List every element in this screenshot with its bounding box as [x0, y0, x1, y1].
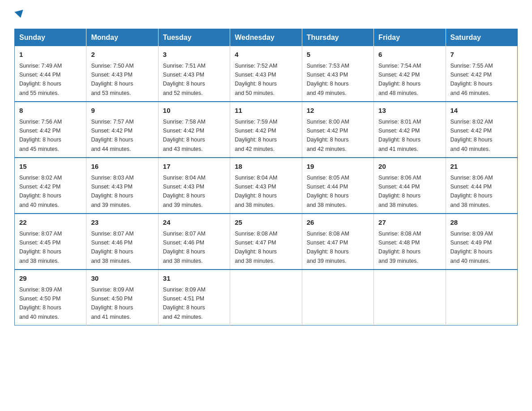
day-info: Sunrise: 7:54 AMSunset: 4:42 PMDaylight:…	[378, 63, 421, 96]
weekday-header-monday: Monday	[86, 29, 158, 47]
weekday-header-row: SundayMondayTuesdayWednesdayThursdayFrid…	[15, 29, 518, 47]
day-number: 30	[91, 274, 153, 284]
day-info: Sunrise: 7:56 AMSunset: 4:42 PMDaylight:…	[19, 119, 62, 152]
calendar-cell: 5 Sunrise: 7:53 AMSunset: 4:43 PMDayligh…	[302, 46, 373, 102]
day-info: Sunrise: 8:02 AMSunset: 4:42 PMDaylight:…	[450, 119, 493, 152]
calendar-cell: 21 Sunrise: 8:06 AMSunset: 4:44 PMDaylig…	[446, 158, 517, 214]
day-number: 10	[163, 106, 225, 116]
calendar-week-row: 1 Sunrise: 7:49 AMSunset: 4:44 PMDayligh…	[15, 46, 518, 102]
day-number: 25	[235, 218, 297, 228]
day-number: 8	[19, 106, 82, 116]
day-info: Sunrise: 8:06 AMSunset: 4:44 PMDaylight:…	[378, 175, 421, 208]
day-info: Sunrise: 7:51 AMSunset: 4:43 PMDaylight:…	[163, 63, 206, 96]
day-info: Sunrise: 8:09 AMSunset: 4:49 PMDaylight:…	[450, 231, 493, 264]
calendar-cell: 17 Sunrise: 8:04 AMSunset: 4:43 PMDaylig…	[158, 158, 230, 214]
calendar-cell	[302, 270, 373, 325]
calendar-cell: 24 Sunrise: 8:07 AMSunset: 4:46 PMDaylig…	[158, 214, 230, 270]
day-number: 22	[19, 218, 82, 228]
calendar-cell	[230, 270, 302, 325]
calendar-cell: 18 Sunrise: 8:04 AMSunset: 4:43 PMDaylig…	[230, 158, 302, 214]
day-info: Sunrise: 8:09 AMSunset: 4:50 PMDaylight:…	[91, 287, 133, 320]
day-info: Sunrise: 7:59 AMSunset: 4:42 PMDaylight:…	[235, 119, 277, 152]
calendar-cell	[446, 270, 517, 325]
calendar-cell	[374, 270, 446, 325]
day-number: 5	[307, 50, 369, 60]
day-info: Sunrise: 7:52 AMSunset: 4:43 PMDaylight:…	[235, 63, 277, 96]
day-number: 21	[450, 162, 513, 172]
weekday-header-saturday: Saturday	[446, 29, 517, 47]
calendar-cell: 31 Sunrise: 8:09 AMSunset: 4:51 PMDaylig…	[158, 270, 230, 325]
calendar-cell: 27 Sunrise: 8:08 AMSunset: 4:48 PMDaylig…	[374, 214, 446, 270]
calendar-cell: 7 Sunrise: 7:55 AMSunset: 4:42 PMDayligh…	[446, 46, 517, 102]
day-info: Sunrise: 8:03 AMSunset: 4:43 PMDaylight:…	[91, 175, 133, 208]
day-info: Sunrise: 8:01 AMSunset: 4:42 PMDaylight:…	[378, 119, 421, 152]
calendar-cell: 6 Sunrise: 7:54 AMSunset: 4:42 PMDayligh…	[374, 46, 446, 102]
day-info: Sunrise: 8:08 AMSunset: 4:47 PMDaylight:…	[235, 231, 277, 264]
day-info: Sunrise: 7:50 AMSunset: 4:43 PMDaylight:…	[91, 63, 133, 96]
calendar-cell: 19 Sunrise: 8:05 AMSunset: 4:44 PMDaylig…	[302, 158, 373, 214]
day-number: 29	[19, 274, 82, 284]
day-number: 27	[378, 218, 441, 228]
calendar-cell: 16 Sunrise: 8:03 AMSunset: 4:43 PMDaylig…	[86, 158, 158, 214]
day-info: Sunrise: 8:00 AMSunset: 4:42 PMDaylight:…	[307, 119, 349, 152]
calendar-cell: 29 Sunrise: 8:09 AMSunset: 4:50 PMDaylig…	[15, 270, 86, 325]
day-number: 6	[378, 50, 441, 60]
weekday-header-wednesday: Wednesday	[230, 29, 302, 47]
day-number: 15	[19, 162, 82, 172]
calendar-week-row: 15 Sunrise: 8:02 AMSunset: 4:42 PMDaylig…	[15, 158, 518, 214]
weekday-header-thursday: Thursday	[302, 29, 373, 47]
day-number: 24	[163, 218, 225, 228]
day-info: Sunrise: 8:07 AMSunset: 4:46 PMDaylight:…	[91, 231, 133, 264]
day-number: 1	[19, 50, 82, 60]
calendar-cell: 23 Sunrise: 8:07 AMSunset: 4:46 PMDaylig…	[86, 214, 158, 270]
day-number: 23	[91, 218, 153, 228]
day-info: Sunrise: 8:09 AMSunset: 4:51 PMDaylight:…	[163, 287, 206, 320]
day-number: 26	[307, 218, 369, 228]
day-number: 4	[235, 50, 297, 60]
calendar-cell: 26 Sunrise: 8:08 AMSunset: 4:47 PMDaylig…	[302, 214, 373, 270]
day-info: Sunrise: 7:55 AMSunset: 4:42 PMDaylight:…	[450, 63, 493, 96]
day-number: 19	[307, 162, 369, 172]
calendar-week-row: 29 Sunrise: 8:09 AMSunset: 4:50 PMDaylig…	[15, 270, 518, 325]
day-number: 12	[307, 106, 369, 116]
day-info: Sunrise: 8:04 AMSunset: 4:43 PMDaylight:…	[235, 175, 277, 208]
day-number: 11	[235, 106, 297, 116]
calendar-cell: 11 Sunrise: 7:59 AMSunset: 4:42 PMDaylig…	[230, 102, 302, 158]
day-number: 20	[378, 162, 441, 172]
day-info: Sunrise: 8:09 AMSunset: 4:50 PMDaylight:…	[19, 287, 62, 320]
day-number: 31	[163, 274, 225, 284]
calendar-cell: 22 Sunrise: 8:07 AMSunset: 4:45 PMDaylig…	[15, 214, 86, 270]
day-number: 18	[235, 162, 297, 172]
calendar-cell: 9 Sunrise: 7:57 AMSunset: 4:42 PMDayligh…	[86, 102, 158, 158]
day-info: Sunrise: 8:06 AMSunset: 4:44 PMDaylight:…	[450, 175, 493, 208]
weekday-header-tuesday: Tuesday	[158, 29, 230, 47]
day-info: Sunrise: 7:57 AMSunset: 4:42 PMDaylight:…	[91, 119, 133, 152]
day-number: 7	[450, 50, 513, 60]
calendar-week-row: 22 Sunrise: 8:07 AMSunset: 4:45 PMDaylig…	[15, 214, 518, 270]
weekday-header-sunday: Sunday	[15, 29, 86, 47]
day-info: Sunrise: 7:49 AMSunset: 4:44 PMDaylight:…	[19, 63, 62, 96]
day-number: 16	[91, 162, 153, 172]
calendar-cell: 15 Sunrise: 8:02 AMSunset: 4:42 PMDaylig…	[15, 158, 86, 214]
day-number: 3	[163, 50, 225, 60]
calendar-cell: 3 Sunrise: 7:51 AMSunset: 4:43 PMDayligh…	[158, 46, 230, 102]
calendar-table: SundayMondayTuesdayWednesdayThursdayFrid…	[14, 29, 518, 325]
day-info: Sunrise: 8:07 AMSunset: 4:45 PMDaylight:…	[19, 231, 62, 264]
day-number: 13	[378, 106, 441, 116]
logo	[14, 11, 24, 21]
day-info: Sunrise: 8:07 AMSunset: 4:46 PMDaylight:…	[163, 231, 206, 264]
calendar-cell: 13 Sunrise: 8:01 AMSunset: 4:42 PMDaylig…	[374, 102, 446, 158]
page-header	[14, 11, 518, 21]
calendar-cell: 28 Sunrise: 8:09 AMSunset: 4:49 PMDaylig…	[446, 214, 517, 270]
calendar-cell: 10 Sunrise: 7:58 AMSunset: 4:42 PMDaylig…	[158, 102, 230, 158]
calendar-cell: 30 Sunrise: 8:09 AMSunset: 4:50 PMDaylig…	[86, 270, 158, 325]
day-number: 2	[91, 50, 153, 60]
day-info: Sunrise: 7:53 AMSunset: 4:43 PMDaylight:…	[307, 63, 349, 96]
day-number: 28	[450, 218, 513, 228]
day-info: Sunrise: 8:05 AMSunset: 4:44 PMDaylight:…	[307, 175, 349, 208]
day-info: Sunrise: 8:08 AMSunset: 4:47 PMDaylight:…	[307, 231, 349, 264]
weekday-header-friday: Friday	[374, 29, 446, 47]
day-info: Sunrise: 8:08 AMSunset: 4:48 PMDaylight:…	[378, 231, 421, 264]
calendar-cell: 1 Sunrise: 7:49 AMSunset: 4:44 PMDayligh…	[15, 46, 86, 102]
day-number: 17	[163, 162, 225, 172]
